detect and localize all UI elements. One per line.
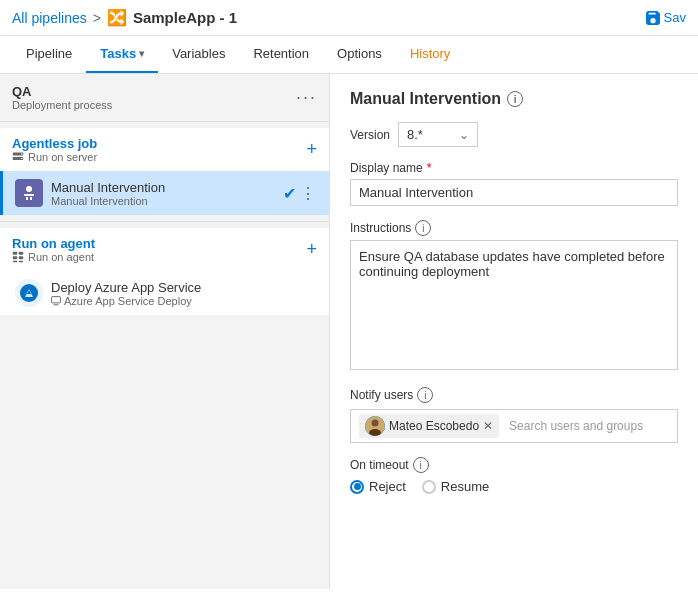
task-check-icon: ✔ bbox=[283, 184, 296, 203]
notify-users-input-row[interactable]: Mateo Escobedo ✕ Search users and groups bbox=[350, 409, 678, 443]
display-name-group: Display name * bbox=[350, 161, 678, 206]
tab-pipeline[interactable]: Pipeline bbox=[12, 36, 86, 73]
version-dropdown[interactable]: 8.* ⌄ bbox=[398, 122, 478, 147]
avatar-icon bbox=[365, 416, 385, 436]
svg-point-18 bbox=[372, 420, 379, 427]
stage-menu-button[interactable]: ··· bbox=[296, 87, 317, 108]
nav-tabs: Pipeline Tasks ▾ Variables Retention Opt… bbox=[0, 36, 698, 74]
tab-tasks[interactable]: Tasks ▾ bbox=[86, 36, 158, 73]
tab-variables[interactable]: Variables bbox=[158, 36, 239, 73]
manual-intervention-icon bbox=[15, 179, 43, 207]
svg-rect-11 bbox=[19, 256, 24, 259]
svg-point-4 bbox=[26, 186, 32, 192]
resume-radio-circle[interactable] bbox=[422, 480, 436, 494]
tab-history[interactable]: History bbox=[396, 36, 464, 73]
save-icon bbox=[646, 11, 660, 25]
save-button[interactable]: Sav bbox=[646, 10, 686, 25]
agentless-job-header[interactable]: Agentless job Run on server + bbox=[0, 128, 329, 171]
version-label: Version bbox=[350, 128, 390, 142]
on-timeout-label: On timeout i bbox=[350, 457, 678, 473]
user-tag-mateo: Mateo Escobedo ✕ bbox=[359, 414, 499, 438]
timeout-info-icon[interactable]: i bbox=[413, 457, 429, 473]
run-on-agent-header[interactable]: Run on agent Run on agent + bbox=[0, 228, 329, 271]
user-avatar-mateo bbox=[365, 416, 385, 436]
svg-rect-12 bbox=[13, 261, 18, 263]
notify-users-group: Notify users i Mateo Escobedo ✕ Search bbox=[350, 387, 678, 443]
deploy-azure-text: Deploy Azure App Service Azure App Servi… bbox=[51, 280, 317, 307]
right-panel: Manual Intervention i Version 8.* ⌄ Disp… bbox=[330, 74, 698, 589]
svg-rect-10 bbox=[13, 256, 18, 259]
svg-rect-15 bbox=[52, 296, 61, 302]
reject-label: Reject bbox=[369, 479, 406, 494]
title-info-icon[interactable]: i bbox=[507, 91, 523, 107]
manual-intervention-name: Manual Intervention bbox=[51, 180, 283, 195]
svg-rect-7 bbox=[30, 197, 32, 200]
user-remove-button[interactable]: ✕ bbox=[483, 419, 493, 433]
run-on-agent-add-button[interactable]: + bbox=[306, 239, 317, 260]
display-name-label: Display name * bbox=[350, 161, 678, 175]
resume-option[interactable]: Resume bbox=[422, 479, 489, 494]
svg-rect-9 bbox=[19, 252, 24, 255]
deploy-azure-icon bbox=[15, 279, 43, 307]
search-users-placeholder[interactable]: Search users and groups bbox=[509, 419, 643, 433]
tab-options[interactable]: Options bbox=[323, 36, 396, 73]
agent-icon bbox=[12, 251, 24, 263]
stage-header: QA Deployment process ··· bbox=[0, 74, 329, 117]
panel-title: Manual Intervention i bbox=[350, 90, 678, 108]
reject-radio-circle[interactable] bbox=[350, 480, 364, 494]
tasks-dropdown-arrow: ▾ bbox=[139, 48, 144, 59]
agentless-job-subtitle: Run on server bbox=[12, 151, 97, 163]
left-panel: QA Deployment process ··· Agentless job … bbox=[0, 74, 330, 589]
notify-users-label: Notify users i bbox=[350, 387, 678, 403]
svg-rect-5 bbox=[24, 194, 34, 196]
instructions-group: Instructions i Ensure QA database update… bbox=[350, 220, 678, 373]
deploy-detail-icon bbox=[51, 296, 61, 306]
timeout-radio-group: Reject Resume bbox=[350, 479, 678, 494]
separator-1 bbox=[0, 121, 329, 122]
main-layout: QA Deployment process ··· Agentless job … bbox=[0, 74, 698, 589]
version-value: 8.* bbox=[407, 127, 423, 142]
instructions-label: Instructions i bbox=[350, 220, 678, 236]
reject-option[interactable]: Reject bbox=[350, 479, 406, 494]
deploy-azure-task[interactable]: Deploy Azure App Service Azure App Servi… bbox=[0, 271, 329, 315]
agentless-job-title: Agentless job bbox=[12, 136, 97, 151]
run-on-agent-info: Run on agent Run on agent bbox=[12, 236, 95, 263]
run-on-agent-subtitle: Run on agent bbox=[12, 251, 95, 263]
required-marker: * bbox=[427, 161, 432, 175]
svg-rect-13 bbox=[19, 261, 24, 263]
pipeline-name: SampleApp - 1 bbox=[133, 9, 237, 26]
display-name-input[interactable] bbox=[350, 179, 678, 206]
manual-intervention-detail: Manual Intervention bbox=[51, 195, 283, 207]
breadcrumb: All pipelines > 🔀 SampleApp - 1 bbox=[12, 8, 237, 27]
stage-title: QA bbox=[12, 84, 112, 99]
resume-label: Resume bbox=[441, 479, 489, 494]
manual-intervention-task[interactable]: Manual Intervention Manual Intervention … bbox=[0, 171, 329, 215]
save-label: Sav bbox=[664, 10, 686, 25]
instructions-info-icon[interactable]: i bbox=[415, 220, 431, 236]
svg-point-3 bbox=[21, 158, 23, 160]
version-dropdown-arrow: ⌄ bbox=[459, 128, 469, 142]
agentless-job-section: Agentless job Run on server + bbox=[0, 128, 329, 215]
deploy-azure-name: Deploy Azure App Service bbox=[51, 280, 317, 295]
manual-intervention-text: Manual Intervention Manual Intervention bbox=[51, 180, 283, 207]
tab-retention[interactable]: Retention bbox=[239, 36, 323, 73]
svg-point-2 bbox=[21, 153, 23, 155]
stage-info: QA Deployment process bbox=[12, 84, 112, 111]
version-row: Version 8.* ⌄ bbox=[350, 122, 678, 147]
server-icon bbox=[12, 151, 24, 163]
run-on-agent-section: Run on agent Run on agent + bbox=[0, 228, 329, 315]
header: All pipelines > 🔀 SampleApp - 1 Sav bbox=[0, 0, 698, 36]
all-pipelines-link[interactable]: All pipelines bbox=[12, 10, 87, 26]
svg-rect-6 bbox=[26, 197, 28, 200]
instructions-textarea[interactable]: Ensure QA database updates have complete… bbox=[350, 240, 678, 370]
on-timeout-group: On timeout i Reject Resume bbox=[350, 457, 678, 494]
azure-icon bbox=[19, 283, 39, 303]
stage-subtitle: Deployment process bbox=[12, 99, 112, 111]
agentless-job-add-button[interactable]: + bbox=[306, 139, 317, 160]
task-actions: ✔ ⋮ bbox=[283, 184, 317, 203]
task-context-menu-button[interactable]: ⋮ bbox=[300, 184, 317, 203]
pipeline-icon: 🔀 bbox=[107, 8, 127, 27]
notify-info-icon[interactable]: i bbox=[417, 387, 433, 403]
svg-rect-8 bbox=[13, 252, 18, 255]
user-name-mateo: Mateo Escobedo bbox=[389, 419, 479, 433]
